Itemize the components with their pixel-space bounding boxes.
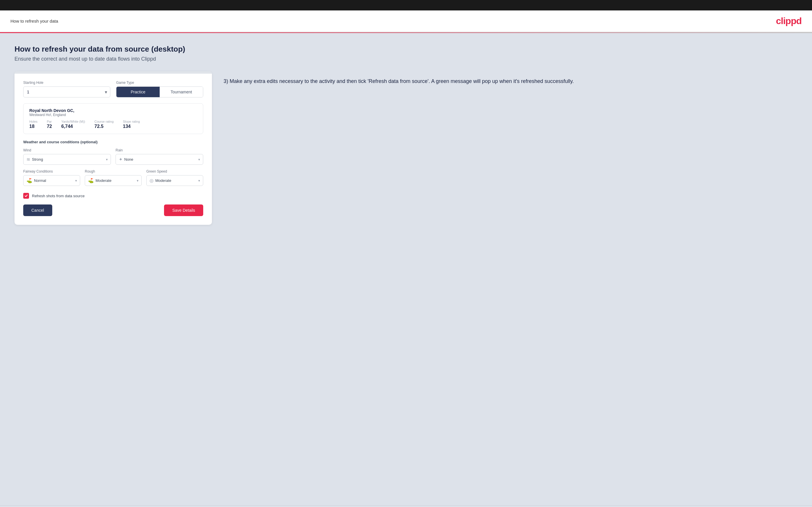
rain-icon: ✦ (119, 157, 122, 162)
starting-hole-select-wrapper: 1 2 10 ▾ (23, 87, 110, 98)
rain-group: Rain ✦ None Light Heavy ▾ (115, 148, 203, 165)
conditions-grid-row1: Wind ≋ Strong None Light Moderate ▾ Rain (23, 148, 203, 165)
fairway-dropdown: ⛳ Normal Soft Hard ▾ (23, 175, 80, 186)
cancel-button[interactable]: Cancel (23, 205, 52, 216)
holes-value: 18 (29, 124, 38, 129)
content-area: Starting Hole 1 2 10 ▾ Game Type Practic… (14, 71, 798, 225)
logo: clippd (776, 16, 802, 26)
rough-dropdown: ⛳ Moderate Light Heavy ▾ (85, 175, 142, 186)
rain-dropdown: ✦ None Light Heavy ▾ (115, 154, 203, 165)
stat-yards: Yards/White (M)) 6,744 (61, 120, 85, 129)
wind-group: Wind ≋ Strong None Light Moderate ▾ (23, 148, 111, 165)
course-rating-label: Course rating (94, 120, 113, 123)
starting-hole-label: Starting Hole (23, 80, 110, 85)
wind-icon: ≋ (27, 157, 30, 162)
button-row: Cancel Save Details (23, 205, 203, 216)
fairway-icon: ⛳ (27, 178, 32, 183)
green-speed-label: Green Speed (146, 169, 203, 173)
course-info-box: Royal North Devon GC, Westward Ho!, Engl… (23, 103, 203, 134)
conditions-grid-row2: Fairway Conditions ⛳ Normal Soft Hard ▾ … (23, 169, 203, 186)
conditions-heading: Weather and course conditions (optional) (23, 140, 203, 144)
fairway-select[interactable]: Normal Soft Hard (32, 175, 77, 186)
par-value: 72 (47, 124, 52, 129)
game-type-label: Game Type (116, 80, 203, 85)
refresh-label: Refresh shots from data source (32, 194, 85, 198)
game-type-toggle: Practice Tournament (116, 87, 203, 98)
starting-hole-select[interactable]: 1 2 10 (23, 87, 110, 97)
stat-par: Par 72 (47, 120, 52, 129)
course-location: Westward Ho!, England (29, 113, 197, 117)
wind-select[interactable]: Strong None Light Moderate (30, 154, 108, 164)
footer: Copyright Clippd 2022 (0, 505, 812, 507)
par-label: Par (47, 120, 52, 123)
fairway-label: Fairway Conditions (23, 169, 80, 173)
rough-icon: ⛳ (88, 178, 94, 183)
rain-label: Rain (115, 148, 203, 152)
holes-label: Holes (29, 120, 38, 123)
green-speed-dropdown: ◎ Moderate Slow Fast ▾ (146, 175, 203, 186)
rough-group: Rough ⛳ Moderate Light Heavy ▾ (85, 169, 142, 186)
starting-hole-group: Starting Hole 1 2 10 ▾ (23, 80, 110, 98)
top-bar (0, 0, 812, 10)
wind-dropdown: ≋ Strong None Light Moderate ▾ (23, 154, 111, 165)
save-button[interactable]: Save Details (164, 205, 203, 216)
rough-label: Rough (85, 169, 142, 173)
green-speed-icon: ◎ (150, 178, 154, 183)
course-name: Royal North Devon GC, (29, 108, 197, 113)
stat-course-rating: Course rating 72.5 (94, 120, 113, 129)
slope-rating-label: Slope rating (123, 120, 140, 123)
checkmark-icon (24, 194, 28, 198)
yards-label: Yards/White (M)) (61, 120, 85, 123)
rough-select[interactable]: Moderate Light Heavy (94, 175, 139, 186)
refresh-checkbox-row: Refresh shots from data source (23, 193, 203, 199)
rain-select[interactable]: None Light Heavy (122, 154, 200, 164)
refresh-checkbox[interactable] (23, 193, 29, 199)
course-rating-value: 72.5 (94, 124, 113, 129)
game-type-group: Game Type Practice Tournament (116, 80, 203, 98)
green-speed-group: Green Speed ◎ Moderate Slow Fast ▾ (146, 169, 203, 186)
stat-slope-rating: Slope rating 134 (123, 120, 140, 129)
page-subheading: Ensure the correct and most up to date d… (14, 56, 798, 62)
course-stats: Holes 18 Par 72 Yards/White (M)) 6,744 C… (29, 120, 197, 129)
form-row-top: Starting Hole 1 2 10 ▾ Game Type Practic… (23, 80, 203, 98)
green-speed-select[interactable]: Moderate Slow Fast (154, 175, 200, 186)
page-heading: How to refresh your data from source (de… (14, 45, 798, 54)
stat-holes: Holes 18 (29, 120, 38, 129)
practice-button[interactable]: Practice (116, 87, 160, 97)
header-title: How to refresh your data (10, 18, 58, 23)
fairway-group: Fairway Conditions ⛳ Normal Soft Hard ▾ (23, 169, 80, 186)
wind-label: Wind (23, 148, 111, 152)
yards-value: 6,744 (61, 124, 85, 129)
card-strip (14, 71, 212, 74)
tournament-button[interactable]: Tournament (160, 87, 203, 97)
sidebar-text: 3) Make any extra edits necessary to the… (223, 71, 798, 86)
form-card: Starting Hole 1 2 10 ▾ Game Type Practic… (14, 71, 212, 225)
slope-rating-value: 134 (123, 124, 140, 129)
main-content: How to refresh your data from source (de… (0, 33, 812, 505)
header: How to refresh your data clippd (0, 10, 812, 32)
sidebar-description: 3) Make any extra edits necessary to the… (223, 77, 798, 86)
